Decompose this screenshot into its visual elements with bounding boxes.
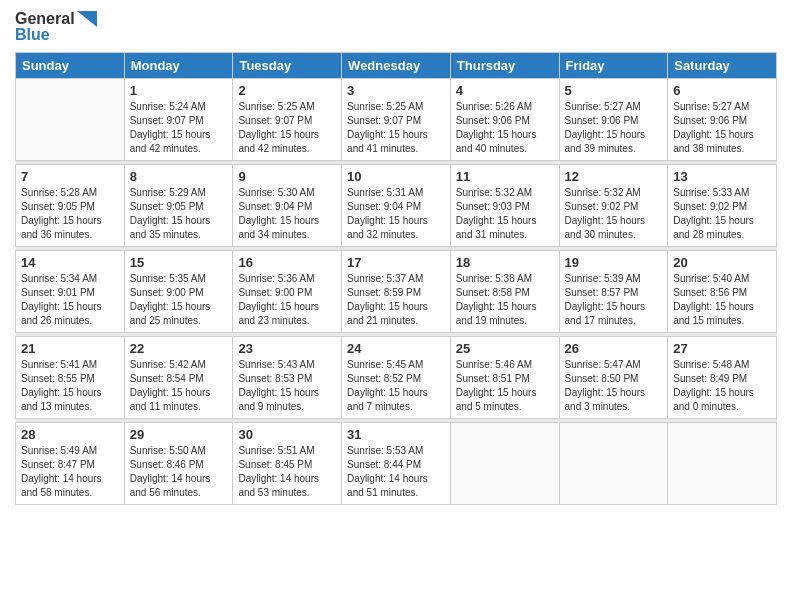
day-number: 1 bbox=[130, 83, 228, 98]
calendar-cell: 31Sunrise: 5:53 AM Sunset: 8:44 PM Dayli… bbox=[342, 423, 451, 505]
weekday-header: Thursday bbox=[450, 53, 559, 79]
day-number: 3 bbox=[347, 83, 445, 98]
calendar-cell: 24Sunrise: 5:45 AM Sunset: 8:52 PM Dayli… bbox=[342, 337, 451, 419]
day-info: Sunrise: 5:43 AM Sunset: 8:53 PM Dayligh… bbox=[238, 358, 336, 414]
day-info: Sunrise: 5:25 AM Sunset: 9:07 PM Dayligh… bbox=[238, 100, 336, 156]
weekday-header: Saturday bbox=[668, 53, 777, 79]
calendar-cell: 14Sunrise: 5:34 AM Sunset: 9:01 PM Dayli… bbox=[16, 251, 125, 333]
day-number: 26 bbox=[565, 341, 663, 356]
calendar-cell bbox=[668, 423, 777, 505]
calendar-cell bbox=[559, 423, 668, 505]
day-number: 27 bbox=[673, 341, 771, 356]
calendar-cell: 3Sunrise: 5:25 AM Sunset: 9:07 PM Daylig… bbox=[342, 79, 451, 161]
day-number: 7 bbox=[21, 169, 119, 184]
day-number: 23 bbox=[238, 341, 336, 356]
calendar-cell: 29Sunrise: 5:50 AM Sunset: 8:46 PM Dayli… bbox=[124, 423, 233, 505]
calendar-body: 1Sunrise: 5:24 AM Sunset: 9:07 PM Daylig… bbox=[16, 79, 777, 505]
calendar-cell: 16Sunrise: 5:36 AM Sunset: 9:00 PM Dayli… bbox=[233, 251, 342, 333]
day-number: 14 bbox=[21, 255, 119, 270]
day-number: 29 bbox=[130, 427, 228, 442]
calendar-cell: 2Sunrise: 5:25 AM Sunset: 9:07 PM Daylig… bbox=[233, 79, 342, 161]
day-info: Sunrise: 5:34 AM Sunset: 9:01 PM Dayligh… bbox=[21, 272, 119, 328]
calendar-table: SundayMondayTuesdayWednesdayThursdayFrid… bbox=[15, 52, 777, 505]
weekday-header: Sunday bbox=[16, 53, 125, 79]
calendar-cell: 9Sunrise: 5:30 AM Sunset: 9:04 PM Daylig… bbox=[233, 165, 342, 247]
day-number: 6 bbox=[673, 83, 771, 98]
day-number: 2 bbox=[238, 83, 336, 98]
calendar-cell: 10Sunrise: 5:31 AM Sunset: 9:04 PM Dayli… bbox=[342, 165, 451, 247]
logo-blue: Blue bbox=[15, 26, 50, 44]
day-info: Sunrise: 5:51 AM Sunset: 8:45 PM Dayligh… bbox=[238, 444, 336, 500]
day-info: Sunrise: 5:25 AM Sunset: 9:07 PM Dayligh… bbox=[347, 100, 445, 156]
header: General Blue bbox=[15, 10, 777, 44]
calendar-cell: 26Sunrise: 5:47 AM Sunset: 8:50 PM Dayli… bbox=[559, 337, 668, 419]
calendar-cell bbox=[450, 423, 559, 505]
calendar-cell bbox=[16, 79, 125, 161]
day-info: Sunrise: 5:47 AM Sunset: 8:50 PM Dayligh… bbox=[565, 358, 663, 414]
calendar-cell: 1Sunrise: 5:24 AM Sunset: 9:07 PM Daylig… bbox=[124, 79, 233, 161]
day-info: Sunrise: 5:48 AM Sunset: 8:49 PM Dayligh… bbox=[673, 358, 771, 414]
day-info: Sunrise: 5:32 AM Sunset: 9:02 PM Dayligh… bbox=[565, 186, 663, 242]
day-number: 20 bbox=[673, 255, 771, 270]
day-number: 9 bbox=[238, 169, 336, 184]
logo-arrow-icon bbox=[77, 11, 97, 27]
calendar-cell: 25Sunrise: 5:46 AM Sunset: 8:51 PM Dayli… bbox=[450, 337, 559, 419]
day-info: Sunrise: 5:53 AM Sunset: 8:44 PM Dayligh… bbox=[347, 444, 445, 500]
day-info: Sunrise: 5:30 AM Sunset: 9:04 PM Dayligh… bbox=[238, 186, 336, 242]
day-info: Sunrise: 5:42 AM Sunset: 8:54 PM Dayligh… bbox=[130, 358, 228, 414]
weekday-header: Wednesday bbox=[342, 53, 451, 79]
calendar-cell: 21Sunrise: 5:41 AM Sunset: 8:55 PM Dayli… bbox=[16, 337, 125, 419]
calendar-cell: 17Sunrise: 5:37 AM Sunset: 8:59 PM Dayli… bbox=[342, 251, 451, 333]
day-info: Sunrise: 5:31 AM Sunset: 9:04 PM Dayligh… bbox=[347, 186, 445, 242]
calendar-week-row: 1Sunrise: 5:24 AM Sunset: 9:07 PM Daylig… bbox=[16, 79, 777, 161]
day-info: Sunrise: 5:41 AM Sunset: 8:55 PM Dayligh… bbox=[21, 358, 119, 414]
calendar-cell: 18Sunrise: 5:38 AM Sunset: 8:58 PM Dayli… bbox=[450, 251, 559, 333]
day-info: Sunrise: 5:38 AM Sunset: 8:58 PM Dayligh… bbox=[456, 272, 554, 328]
day-number: 24 bbox=[347, 341, 445, 356]
weekday-header: Friday bbox=[559, 53, 668, 79]
calendar-cell: 6Sunrise: 5:27 AM Sunset: 9:06 PM Daylig… bbox=[668, 79, 777, 161]
calendar-cell: 13Sunrise: 5:33 AM Sunset: 9:02 PM Dayli… bbox=[668, 165, 777, 247]
day-number: 5 bbox=[565, 83, 663, 98]
day-info: Sunrise: 5:49 AM Sunset: 8:47 PM Dayligh… bbox=[21, 444, 119, 500]
day-info: Sunrise: 5:36 AM Sunset: 9:00 PM Dayligh… bbox=[238, 272, 336, 328]
day-info: Sunrise: 5:28 AM Sunset: 9:05 PM Dayligh… bbox=[21, 186, 119, 242]
calendar-cell: 15Sunrise: 5:35 AM Sunset: 9:00 PM Dayli… bbox=[124, 251, 233, 333]
logo-container: General Blue bbox=[15, 10, 97, 44]
day-number: 28 bbox=[21, 427, 119, 442]
day-info: Sunrise: 5:24 AM Sunset: 9:07 PM Dayligh… bbox=[130, 100, 228, 156]
day-info: Sunrise: 5:50 AM Sunset: 8:46 PM Dayligh… bbox=[130, 444, 228, 500]
day-number: 15 bbox=[130, 255, 228, 270]
calendar-cell: 12Sunrise: 5:32 AM Sunset: 9:02 PM Dayli… bbox=[559, 165, 668, 247]
day-number: 12 bbox=[565, 169, 663, 184]
day-info: Sunrise: 5:35 AM Sunset: 9:00 PM Dayligh… bbox=[130, 272, 228, 328]
calendar-cell: 19Sunrise: 5:39 AM Sunset: 8:57 PM Dayli… bbox=[559, 251, 668, 333]
day-info: Sunrise: 5:45 AM Sunset: 8:52 PM Dayligh… bbox=[347, 358, 445, 414]
weekday-header: Tuesday bbox=[233, 53, 342, 79]
day-number: 16 bbox=[238, 255, 336, 270]
calendar-cell: 20Sunrise: 5:40 AM Sunset: 8:56 PM Dayli… bbox=[668, 251, 777, 333]
calendar-week-row: 28Sunrise: 5:49 AM Sunset: 8:47 PM Dayli… bbox=[16, 423, 777, 505]
calendar-cell: 23Sunrise: 5:43 AM Sunset: 8:53 PM Dayli… bbox=[233, 337, 342, 419]
day-number: 4 bbox=[456, 83, 554, 98]
calendar-header: SundayMondayTuesdayWednesdayThursdayFrid… bbox=[16, 53, 777, 79]
day-number: 22 bbox=[130, 341, 228, 356]
calendar-cell: 7Sunrise: 5:28 AM Sunset: 9:05 PM Daylig… bbox=[16, 165, 125, 247]
day-info: Sunrise: 5:32 AM Sunset: 9:03 PM Dayligh… bbox=[456, 186, 554, 242]
logo: General Blue bbox=[15, 10, 97, 44]
calendar-cell: 28Sunrise: 5:49 AM Sunset: 8:47 PM Dayli… bbox=[16, 423, 125, 505]
calendar-cell: 27Sunrise: 5:48 AM Sunset: 8:49 PM Dayli… bbox=[668, 337, 777, 419]
day-info: Sunrise: 5:46 AM Sunset: 8:51 PM Dayligh… bbox=[456, 358, 554, 414]
weekday-header: Monday bbox=[124, 53, 233, 79]
day-number: 17 bbox=[347, 255, 445, 270]
day-info: Sunrise: 5:29 AM Sunset: 9:05 PM Dayligh… bbox=[130, 186, 228, 242]
calendar-cell: 8Sunrise: 5:29 AM Sunset: 9:05 PM Daylig… bbox=[124, 165, 233, 247]
day-number: 8 bbox=[130, 169, 228, 184]
day-info: Sunrise: 5:39 AM Sunset: 8:57 PM Dayligh… bbox=[565, 272, 663, 328]
day-number: 19 bbox=[565, 255, 663, 270]
day-info: Sunrise: 5:33 AM Sunset: 9:02 PM Dayligh… bbox=[673, 186, 771, 242]
calendar-cell: 4Sunrise: 5:26 AM Sunset: 9:06 PM Daylig… bbox=[450, 79, 559, 161]
day-number: 30 bbox=[238, 427, 336, 442]
day-number: 25 bbox=[456, 341, 554, 356]
day-info: Sunrise: 5:27 AM Sunset: 9:06 PM Dayligh… bbox=[673, 100, 771, 156]
